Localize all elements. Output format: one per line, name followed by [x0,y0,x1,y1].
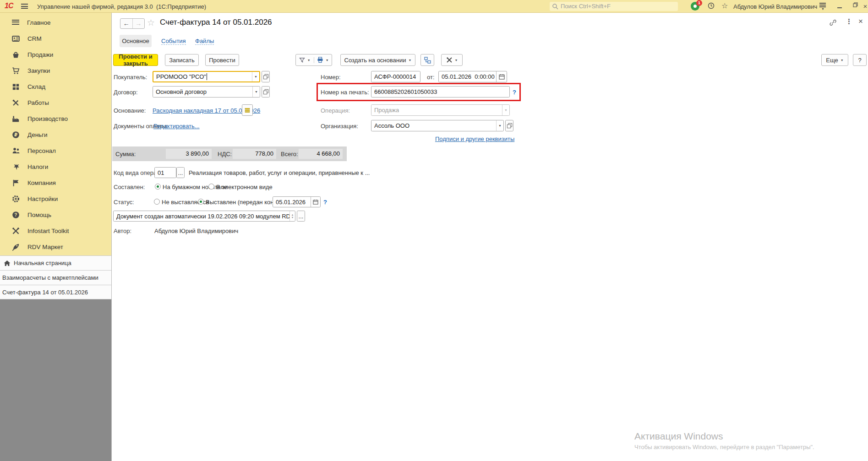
buyer-open-button[interactable] [262,71,270,82]
favorite-star-icon[interactable]: ☆ [147,17,155,28]
get-link-icon[interactable] [829,19,837,28]
chevron-down-icon: ▼ [408,59,411,62]
save-button[interactable]: Записать [165,54,199,66]
operation-code-field[interactable]: 01 [154,167,176,178]
buyer-label: Покупатель: [114,74,147,81]
document-structure-button[interactable] [420,54,434,66]
status-date-calendar-button[interactable] [311,197,320,207]
date-calendar-button[interactable] [496,71,507,82]
main-menu-icon[interactable] [21,4,28,9]
contract-open-button[interactable] [262,86,270,98]
contact-card-icon [12,35,20,43]
help-button[interactable]: ? [853,54,867,66]
comment-field[interactable]: Документ создан автоматически 19.02.2026… [113,211,295,222]
sidebar-item-works[interactable]: Работы [0,95,111,111]
radio-electronic-label[interactable]: В электронном виде [216,184,273,190]
signatures-link[interactable]: Подписи и другие реквизиты [435,136,514,142]
create-based-on-button[interactable]: Создать на основании▼ [340,54,415,66]
radio-issued[interactable] [198,199,204,205]
notification-badge: 1 [696,0,702,6]
payment-docs-edit-link[interactable]: Редактировать... [153,123,200,130]
number-field[interactable]: АСФР-0000014 [371,71,420,82]
organization-field[interactable]: Ассоль ООО [371,120,504,131]
close-form-icon[interactable]: × [858,17,863,26]
more-menu-icon[interactable]: ⋮ [846,17,852,26]
close-window-button[interactable]: × [861,2,868,11]
print-number-label: Номер на печать: [321,89,369,96]
basis-list-button[interactable] [242,104,253,116]
sidebar-item-purchases[interactable]: Закупки [0,63,111,79]
contract-dropdown-arrow[interactable] [252,87,260,97]
open-icon [263,89,269,95]
sidebar-item-taxes[interactable]: Налоги [0,159,111,175]
operation-code-select-button[interactable]: ... [176,167,185,178]
sidebar-item-personnel[interactable]: Персонал [0,143,111,159]
sidebar-item-production[interactable]: Производство [0,111,111,127]
sidebar-item-sales[interactable]: Продажи [0,47,111,63]
forward-button[interactable]: → [133,19,145,28]
service-menu-icon[interactable]: ▼ [819,3,827,10]
sidebar-item-crm[interactable]: CRM [0,31,111,47]
text-caret [207,73,207,80]
radio-paper[interactable] [155,184,161,190]
current-user[interactable]: Абдулов Юрий Владимирович [733,3,817,10]
tab-events[interactable]: События [161,38,186,45]
operation-code-description: Реализация товаров, работ, услуг и опера… [189,169,370,176]
comment-expand-button[interactable]: ... [297,211,305,222]
sidebar-item-warehouse[interactable]: Склад [0,79,111,95]
contract-field[interactable]: Основной договор [153,86,260,98]
chevron-down-icon: ▼ [307,59,311,62]
organization-open-button[interactable] [505,120,513,131]
filter-button[interactable]: ▼ [296,57,314,63]
taskbar-item-invoice[interactable]: Счет-фактура 14 от 05.01.2026 [0,285,111,299]
sidebar-item-main[interactable]: Главное [0,15,111,31]
taskbar-item-marketplace-settlements[interactable]: Взаиморасчеты с маркетплейсами [0,270,111,285]
flag-icon [12,179,20,187]
sidebar-item-infostart-toolkit[interactable]: Infostart Toolkit [0,223,111,239]
radio-electronic[interactable] [208,184,214,190]
sidebar-item-settings[interactable]: Настройки [0,191,111,207]
date-field[interactable]: 05.01.2026 0:00:00 [438,71,507,82]
sidebar-item-help[interactable]: ?Помощь [0,207,111,223]
tab-files[interactable]: Файлы [195,38,214,45]
organization-dropdown-arrow[interactable] [496,120,503,131]
chevron-down-icon: ▼ [326,59,329,62]
global-search[interactable] [550,2,678,11]
open-icon [263,74,269,80]
status-date-field[interactable]: 05.01.2026 [273,196,321,207]
tab-main[interactable]: Основное [120,35,152,47]
chevron-down-icon: ▼ [841,59,844,62]
boxes-icon [12,83,20,91]
post-and-close-button[interactable]: Провести и закрыть [113,54,158,66]
sidebar-item-company[interactable]: Компания [0,175,111,191]
factory-icon [12,115,20,123]
service-tools-button[interactable]: ▼ [441,54,463,66]
more-actions-button[interactable]: Еще▼ [821,54,848,66]
taskbar-item-home[interactable]: Начальная страница [0,255,111,270]
print-number-field[interactable]: 6600885202601050033 [371,86,510,98]
sidebar-item-money[interactable]: ₽Деньги [0,127,111,143]
status-help-link[interactable]: ? [323,199,327,206]
windows-activation-watermark: Активация Windows [634,431,723,442]
operation-field: Продажа [371,104,510,116]
minimize-button[interactable] [835,2,844,11]
favorites-icon[interactable]: ☆ [721,1,728,10]
back-button[interactable]: ← [120,19,133,28]
svg-text:₽: ₽ [14,132,17,137]
print-number-help-link[interactable]: ? [513,89,516,96]
comment-spinner[interactable] [289,211,295,221]
page-title: Счет-фактура 14 от 05.01.2026 [160,18,272,27]
sidebar-item-rdv-market[interactable]: RDV Маркет [0,239,111,255]
radio-not-issued[interactable] [154,199,160,205]
post-button[interactable]: Провести [205,54,239,66]
wrench-hammer-icon [446,57,453,63]
list-icon [245,108,250,113]
print-button[interactable]: ▼ [314,57,332,63]
search-input[interactable] [561,2,675,10]
restore-button[interactable] [849,2,857,11]
status-label: Статус: [114,199,134,206]
buyer-field[interactable]: РРОМООО "РСО" [153,71,260,82]
buyer-dropdown-arrow[interactable] [252,72,259,81]
people-icon [12,147,20,155]
basis-label: Основание: [114,107,146,114]
